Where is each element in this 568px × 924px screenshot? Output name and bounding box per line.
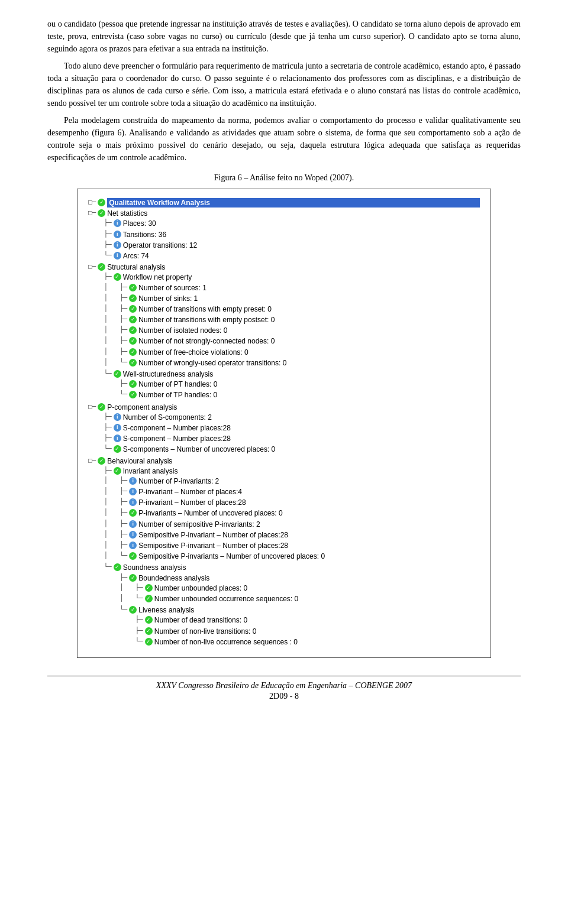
tree-section: │ ├─✓Number of isolated nodes: 0 <box>88 325 480 336</box>
tree-connector: ├─ <box>88 466 112 475</box>
tree-label: Structural analysis <box>107 262 480 272</box>
tree-label: Semipositive P-invariant – Number of pla… <box>138 541 480 550</box>
tree-children: ├─✓Workflow net property │ ├─✓Number of … <box>88 272 480 401</box>
paragraph-2: Todo aluno deve preencher o formulário p… <box>47 60 521 109</box>
tree-label: P-invariants – Number of uncovered place… <box>138 508 480 518</box>
tree-label: Number of not strongly-connected nodes: … <box>138 336 480 346</box>
tree-section: ├─iS-component – Number places:28 <box>88 433 480 444</box>
info-icon: i <box>114 413 121 421</box>
tree-connector: │ ├─ <box>88 583 143 592</box>
tree-row: └─iArcs: 74 <box>88 251 480 261</box>
tree-label: Well-structuredness analysis <box>123 369 480 379</box>
tree-label: Number of non-live transitions: 0 <box>154 627 480 636</box>
tree-title: □─✓Qualitative Workflow Analysis <box>88 197 480 208</box>
tree-section: │ ├─✓P-invariants – Number of uncovered … <box>88 508 480 518</box>
check-icon: ✓ <box>129 316 137 323</box>
tree-connector: ├─ <box>88 434 112 443</box>
tree-children: ├─iNumber of S-components: 2 ├─iS-compon… <box>88 412 480 455</box>
tree-row: ├─iS-component – Number places:28 <box>88 423 480 433</box>
tree-section: │ ├─✓Number of sinks: 1 <box>88 293 480 304</box>
tree-row: │ ├─✓Number of sources: 1 <box>88 283 480 293</box>
tree-section: │ └─✓Semipositive P-invariants – Number … <box>88 551 480 562</box>
info-icon: i <box>129 477 137 485</box>
tree-row: ├─✓Boundedness analysis <box>88 573 480 583</box>
info-icon: i <box>114 435 121 442</box>
check-icon: ✓ <box>145 584 153 592</box>
figure-caption: Figura 6 – Análise feito no Woped (2007)… <box>47 173 521 183</box>
check-icon: ✓ <box>98 209 105 217</box>
tree-row: □─✓Structural analysis <box>88 262 480 272</box>
tree-row: ├─✓Number of dead transitions: 0 <box>88 615 480 625</box>
tree-section: │ ├─iNumber of P-invariants: 2 <box>88 476 480 487</box>
tree-connector: □─ <box>88 456 96 465</box>
check-icon: ✓ <box>129 380 137 388</box>
tree-row: │ └─✓Number of wrongly-used operator tra… <box>88 358 480 368</box>
tree-section: └─✓Number of non-live occurrence sequenc… <box>88 637 480 647</box>
tree-connector: ├─ <box>88 615 143 624</box>
tree-row: ├─✓Number of non-live transitions: 0 <box>88 627 480 636</box>
tree-connector: │ ├─ <box>88 294 127 303</box>
tree-label: Semipositive P-invariant – Number of pla… <box>138 530 480 540</box>
tree-connector: └─ <box>88 563 112 572</box>
tree-connector: │ ├─ <box>88 304 127 313</box>
check-icon: ✓ <box>98 199 105 206</box>
tree-connector: └─ <box>88 369 112 378</box>
tree-label: Number of wrongly-used operator transiti… <box>138 358 480 368</box>
tree-connector: □─ <box>88 403 96 411</box>
info-icon: i <box>114 219 121 227</box>
tree-section: └─✓Number of TP handles: 0 <box>88 390 480 400</box>
tree-connector: │ ├─ <box>88 508 127 517</box>
tree-label: Net statistics <box>107 209 480 218</box>
footer-page: 2D09 - 8 <box>47 692 521 701</box>
check-icon: ✓ <box>129 305 137 313</box>
tree-connector: └─ <box>88 605 127 614</box>
tree-label: Number of non-live occurrence sequences … <box>154 637 480 647</box>
tree-connector: │ └─ <box>88 552 127 560</box>
tree-label: Number of sinks: 1 <box>138 294 480 303</box>
tree-row: │ └─✓Number unbounded occurrence sequenc… <box>88 594 480 604</box>
paragraph-3: Pela modelagem construída do mapeamento … <box>47 114 521 164</box>
tree-label: P-component analysis <box>107 403 480 412</box>
tree-section: │ ├─✓Number of sources: 1 <box>88 283 480 293</box>
tree-row: └─✓Number of non-live occurrence sequenc… <box>88 637 480 647</box>
tree-row: ├─✓Workflow net property <box>88 273 480 282</box>
tree-row: └─✓S-components – Number of uncovered pl… <box>88 445 480 454</box>
tree-label: Number of dead transitions: 0 <box>154 615 480 625</box>
info-icon: i <box>114 241 121 249</box>
tree-row: │ └─✓Semipositive P-invariants – Number … <box>88 552 480 561</box>
tree-label: S-component – Number places:28 <box>123 423 480 433</box>
figure-box: □─✓Qualitative Workflow Analysis□─✓Net s… <box>77 189 491 658</box>
tree-connector: └─ <box>88 445 112 453</box>
tree-label: Number of semipositive P-invariants: 2 <box>138 520 480 529</box>
check-icon: ✓ <box>145 595 153 602</box>
tree-connector: ├─ <box>88 241 112 249</box>
tree-section: │ ├─iNumber of semipositive P-invariants… <box>88 519 480 530</box>
tree-section: □─✓P-component analysis ├─iNumber of S-c… <box>88 402 480 456</box>
tree-children: │ ├─✓Number of sources: 1 │ ├─✓Number of… <box>88 283 480 369</box>
tree-label: Workflow net property <box>123 273 480 282</box>
tree-label: Liveness analysis <box>138 605 480 615</box>
tree-connector: │ ├─ <box>88 315 127 324</box>
tree-row: │ ├─iNumber of semipositive P-invariants… <box>88 520 480 529</box>
info-icon: i <box>114 424 121 432</box>
tree-section: ├─✓Number of dead transitions: 0 <box>88 615 480 625</box>
tree-label: Operator transitions: 12 <box>123 241 480 250</box>
tree-section: ├─✓Invariant analysis │ ├─iNumber of P-i… <box>88 466 480 563</box>
tree-section: │ └─✓Number of wrongly-used operator tra… <box>88 358 480 368</box>
tree-connector: │ ├─ <box>88 476 127 485</box>
tree-connector: │ ├─ <box>88 283 127 292</box>
tree-section: □─✓Behavioural analysis ├─✓Invariant ana… <box>88 456 480 649</box>
check-icon: ✓ <box>114 370 121 378</box>
tree-label: Number of transitions with empty preset:… <box>138 304 480 314</box>
tree-section: └─✓S-components – Number of uncovered pl… <box>88 444 480 455</box>
tree-label: Number unbounded occurrence sequences: 0 <box>154 594 480 604</box>
tree-row: │ ├─iP-invariant – Number of places:28 <box>88 498 480 507</box>
tree-label: Boundedness analysis <box>138 573 480 583</box>
tree-connector: └─ <box>88 390 127 399</box>
tree-section: ├─✓Number of non-live transitions: 0 <box>88 626 480 637</box>
check-icon: ✓ <box>114 467 121 475</box>
info-icon: i <box>129 520 137 528</box>
tree-row: │ ├─✓P-invariants – Number of uncovered … <box>88 508 480 518</box>
tree-section: │ ├─✓Number of free-choice violations: 0 <box>88 347 480 358</box>
tree-connector: └─ <box>88 251 112 260</box>
